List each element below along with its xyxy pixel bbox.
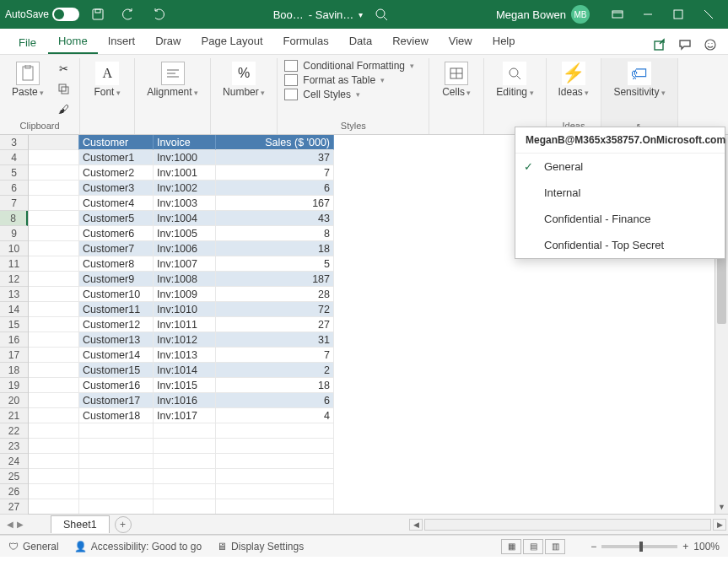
cell[interactable]: 7 xyxy=(216,165,334,181)
search-icon[interactable] xyxy=(369,3,393,26)
cell[interactable] xyxy=(29,423,79,439)
cell[interactable] xyxy=(29,181,79,196)
save-icon[interactable] xyxy=(86,3,110,26)
ribbon-display-icon[interactable] xyxy=(603,3,632,26)
share-icon[interactable] xyxy=(650,35,669,54)
paste-button[interactable]: Paste xyxy=(7,60,49,100)
number-button[interactable]: % Number xyxy=(218,60,270,100)
cell[interactable]: Inv:1001 xyxy=(154,165,216,181)
cell[interactable]: Customer9 xyxy=(79,272,154,287)
sensitivity-option[interactable]: Confidential - Top Secret xyxy=(515,232,725,258)
tab-help[interactable]: Help xyxy=(483,30,526,54)
editing-button[interactable]: Editing xyxy=(491,60,538,100)
cell[interactable] xyxy=(154,454,216,469)
scroll-left-icon[interactable]: ◀ xyxy=(409,519,423,531)
row-header[interactable]: 22 xyxy=(0,423,28,439)
cell[interactable] xyxy=(79,484,154,499)
chevron-down-icon[interactable]: ▾ xyxy=(359,10,363,19)
cell[interactable] xyxy=(79,423,154,439)
cells-button[interactable]: Cells xyxy=(436,60,477,100)
cell[interactable]: 5 xyxy=(216,256,334,272)
cell[interactable] xyxy=(29,439,79,454)
autosave-control[interactable]: AutoSave xyxy=(5,8,79,21)
cell[interactable]: Sales ($ '000) xyxy=(216,135,334,150)
row-header[interactable]: 25 xyxy=(0,469,28,484)
sheet-nav-next-icon[interactable]: ▶ xyxy=(17,520,24,529)
tab-home[interactable]: Home xyxy=(48,30,98,54)
row-headers[interactable]: 3456789101112131415161718192021222324252… xyxy=(0,135,29,514)
row-header[interactable]: 13 xyxy=(0,287,28,302)
row-header[interactable]: 14 xyxy=(0,302,28,317)
cell[interactable] xyxy=(29,287,79,302)
cell[interactable] xyxy=(29,499,79,514)
cell[interactable]: Customer5 xyxy=(79,211,154,226)
cell[interactable]: Customer18 xyxy=(79,408,154,423)
zoom-out-icon[interactable]: − xyxy=(590,541,596,553)
tab-draw[interactable]: Draw xyxy=(145,30,191,54)
copy-icon[interactable] xyxy=(54,80,73,97)
sensitivity-option[interactable]: Confidential - Finance xyxy=(515,206,725,232)
cell[interactable] xyxy=(29,469,79,484)
row-header[interactable]: 23 xyxy=(0,439,28,454)
row-header[interactable]: 24 xyxy=(0,454,28,469)
cell[interactable]: Customer8 xyxy=(79,256,154,272)
cell[interactable]: Customer11 xyxy=(79,302,154,317)
cell[interactable] xyxy=(29,332,79,348)
format-as-table-button[interactable]: Format as Table▾ xyxy=(284,74,385,86)
tab-data[interactable]: Data xyxy=(339,30,382,54)
cell[interactable]: Customer15 xyxy=(79,363,154,378)
cell[interactable]: Inv:1003 xyxy=(154,196,216,211)
row-header[interactable]: 4 xyxy=(0,150,28,165)
tab-view[interactable]: View xyxy=(439,30,483,54)
cell[interactable] xyxy=(216,439,334,454)
cell[interactable]: Inv:1014 xyxy=(154,363,216,378)
cell[interactable]: Inv:1004 xyxy=(154,211,216,226)
cell[interactable] xyxy=(79,469,154,484)
cell[interactable]: 187 xyxy=(216,272,334,287)
row-header[interactable]: 20 xyxy=(0,393,28,408)
cell[interactable]: 6 xyxy=(216,393,334,408)
format-painter-icon[interactable]: 🖌 xyxy=(54,100,73,117)
cell[interactable] xyxy=(216,484,334,499)
row-header[interactable]: 21 xyxy=(0,408,28,423)
cell[interactable]: Inv:1017 xyxy=(154,408,216,423)
cell[interactable] xyxy=(29,348,79,363)
cell[interactable] xyxy=(29,302,79,317)
cell[interactable]: 6 xyxy=(216,181,334,196)
row-header[interactable]: 11 xyxy=(0,256,28,272)
cell[interactable]: Invoice xyxy=(154,135,216,150)
zoom-in-icon[interactable]: + xyxy=(682,541,688,553)
row-header[interactable]: 7 xyxy=(0,196,28,211)
zoom-value[interactable]: 100% xyxy=(693,541,720,553)
add-sheet-button[interactable]: + xyxy=(115,516,132,533)
row-header[interactable]: 6 xyxy=(0,181,28,196)
cell[interactable]: Inv:1015 xyxy=(154,378,216,393)
status-display-settings[interactable]: 🖥Display Settings xyxy=(217,541,304,553)
cell[interactable] xyxy=(154,469,216,484)
conditional-formatting-button[interactable]: Conditional Formatting▾ xyxy=(284,60,414,72)
cell[interactable] xyxy=(216,454,334,469)
row-header[interactable]: 19 xyxy=(0,378,28,393)
cell[interactable]: 18 xyxy=(216,378,334,393)
font-button[interactable]: A Font xyxy=(87,60,127,100)
cell[interactable] xyxy=(29,150,79,165)
cell-styles-button[interactable]: Cell Styles▾ xyxy=(284,89,360,100)
cell[interactable]: Inv:1002 xyxy=(154,181,216,196)
sensitivity-option[interactable]: Internal xyxy=(515,180,725,206)
cell[interactable]: Customer17 xyxy=(79,393,154,408)
ideas-button[interactable]: ⚡ Ideas xyxy=(553,60,595,100)
cell[interactable]: 27 xyxy=(216,317,334,332)
cell[interactable] xyxy=(29,484,79,499)
cell[interactable] xyxy=(29,256,79,272)
emoji-icon[interactable] xyxy=(701,35,720,54)
cell[interactable]: 8 xyxy=(216,226,334,241)
cell[interactable]: Inv:1011 xyxy=(154,317,216,332)
horizontal-scrollbar[interactable]: ◀ ▶ xyxy=(132,518,728,531)
cell[interactable] xyxy=(29,196,79,211)
cell[interactable]: 2 xyxy=(216,363,334,378)
cell[interactable]: 7 xyxy=(216,348,334,363)
undo-icon[interactable] xyxy=(116,3,140,26)
cell[interactable] xyxy=(154,499,216,514)
row-header[interactable]: 3 xyxy=(0,135,28,150)
cell[interactable] xyxy=(29,454,79,469)
